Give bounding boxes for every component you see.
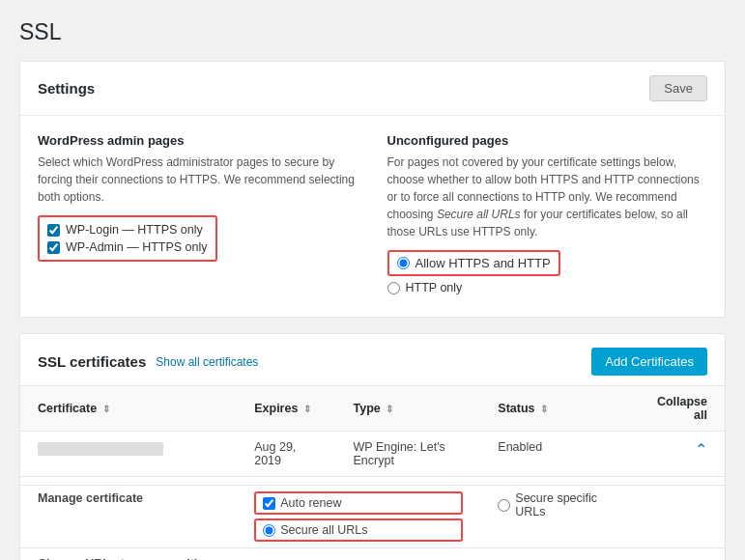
unconfigured-heading: Unconfigured pages bbox=[387, 133, 708, 148]
wp-admin-checkbox-item: WP-Admin — HTTPS only bbox=[47, 240, 208, 254]
cert-name-cell bbox=[20, 432, 237, 477]
sort-icon-type[interactable]: ⇕ bbox=[386, 404, 393, 414]
wp-admin-col: WordPress admin pages Select which WordP… bbox=[38, 133, 358, 299]
wp-admin-heading: WordPress admin pages bbox=[38, 133, 358, 148]
http-only-item: HTTP only bbox=[387, 281, 708, 294]
add-certificates-button[interactable]: Add Certificates bbox=[591, 348, 707, 376]
col-collapse-all: Collapse all bbox=[627, 386, 725, 432]
chevron-up-icon: ⌃ bbox=[695, 440, 707, 459]
choose-urls-label-cell: Choose URLs to secure with https:// bbox=[20, 548, 237, 561]
secure-specific-option: Secure specific URLs bbox=[498, 491, 610, 518]
ssl-cert-table: Certificate ⇕ Expires ⇕ Type ⇕ Status ⇕ bbox=[20, 385, 725, 560]
unconfigured-description: For pages not covered by your certificat… bbox=[387, 154, 708, 240]
table-header-row: Certificate ⇕ Expires ⇕ Type ⇕ Status ⇕ bbox=[20, 386, 725, 432]
wp-admin-checkbox-group: WP-Login — HTTPS only WP-Admin — HTTPS o… bbox=[38, 215, 217, 262]
allow-https-http-item: Allow HTTPS and HTTP bbox=[387, 250, 560, 276]
col-status: Status ⇕ bbox=[480, 386, 627, 432]
wp-login-label: WP-Login — HTTPS only bbox=[66, 223, 203, 237]
manage-empty-cell bbox=[627, 486, 725, 548]
cert-expires-cell: Aug 29, 2019 bbox=[237, 432, 335, 477]
secure-specific-radio[interactable] bbox=[498, 499, 510, 512]
manage-options-cell: Auto renew Secure all URLs bbox=[237, 486, 480, 548]
sort-icon-status[interactable]: ⇕ bbox=[540, 404, 548, 414]
ssl-cert-header-left: SSL certificates Show all certificates bbox=[38, 353, 258, 370]
settings-columns: WordPress admin pages Select which WordP… bbox=[38, 133, 707, 299]
wp-admin-checkbox[interactable] bbox=[47, 241, 60, 254]
secure-all-urls-option: Secure all URLs bbox=[254, 518, 463, 542]
choose-urls-empty-cell bbox=[237, 548, 725, 561]
http-only-label: HTTP only bbox=[406, 281, 463, 294]
ssl-cert-heading: SSL certificates bbox=[38, 353, 146, 370]
secure-all-urls-label: Secure all URLs bbox=[280, 523, 367, 537]
table-row: Aug 29, 2019 WP Engine: Let's Encrypt En… bbox=[20, 432, 725, 477]
choose-urls-row: Choose URLs to secure with https:// bbox=[20, 548, 725, 561]
allow-https-http-label: Allow HTTPS and HTTP bbox=[415, 256, 551, 270]
wp-admin-description: Select which WordPress administrator pag… bbox=[38, 154, 358, 206]
show-all-certificates-link[interactable]: Show all certificates bbox=[156, 355, 258, 369]
auto-renew-option: Auto renew bbox=[254, 491, 463, 515]
secure-specific-label: Secure specific URLs bbox=[515, 491, 610, 518]
secure-specific-cell: Secure specific URLs bbox=[480, 486, 627, 548]
col-certificate: Certificate ⇕ bbox=[20, 386, 237, 432]
settings-card: Settings Save WordPress admin pages Sele… bbox=[19, 61, 726, 318]
auto-renew-label: Auto renew bbox=[280, 496, 341, 510]
auto-renew-checkbox[interactable] bbox=[263, 497, 275, 510]
manage-certificate-label: Manage certificate bbox=[38, 491, 143, 505]
wp-login-checkbox-item: WP-Login — HTTPS only bbox=[47, 223, 208, 237]
allow-https-http-radio[interactable] bbox=[397, 257, 410, 269]
wp-admin-label: WP-Admin — HTTPS only bbox=[66, 240, 208, 254]
http-only-radio[interactable] bbox=[387, 282, 400, 294]
save-button[interactable]: Save bbox=[649, 75, 707, 101]
spacer-row bbox=[20, 477, 725, 486]
settings-card-body: WordPress admin pages Select which WordP… bbox=[20, 116, 725, 317]
cert-status-cell: Enabled bbox=[480, 432, 627, 477]
secure-all-urls-em: Secure all URLs bbox=[437, 208, 521, 221]
settings-card-header: Settings Save bbox=[20, 62, 725, 116]
secure-all-urls-radio[interactable] bbox=[263, 524, 275, 537]
manage-label-cell: Manage certificate bbox=[20, 486, 237, 548]
wp-login-checkbox[interactable] bbox=[47, 224, 60, 237]
sort-icon-certificate[interactable]: ⇕ bbox=[102, 404, 110, 414]
unconfigured-col: Unconfigured pages For pages not covered… bbox=[387, 133, 708, 299]
cert-name-placeholder bbox=[38, 442, 163, 456]
ssl-cert-header: SSL certificates Show all certificates A… bbox=[20, 334, 725, 385]
sort-icon-expires[interactable]: ⇕ bbox=[303, 404, 311, 414]
settings-heading: Settings bbox=[38, 80, 95, 97]
cert-collapse-cell: ⌃ bbox=[627, 432, 725, 477]
collapse-button[interactable]: ⌃ bbox=[645, 440, 707, 459]
page-title: SSL bbox=[19, 19, 726, 45]
unconfigured-radio-group: Allow HTTPS and HTTP HTTP only bbox=[387, 250, 708, 294]
cert-type-cell: WP Engine: Let's Encrypt bbox=[336, 432, 481, 477]
manage-options-group: Auto renew Secure all URLs bbox=[254, 491, 463, 542]
ssl-cert-card: SSL certificates Show all certificates A… bbox=[19, 333, 726, 560]
col-expires: Expires ⇕ bbox=[237, 386, 335, 432]
manage-certificate-row: Manage certificate Auto renew Secure all… bbox=[20, 486, 725, 548]
col-type: Type ⇕ bbox=[336, 386, 481, 432]
ssl-cert-table-container: Certificate ⇕ Expires ⇕ Type ⇕ Status ⇕ bbox=[20, 385, 725, 560]
